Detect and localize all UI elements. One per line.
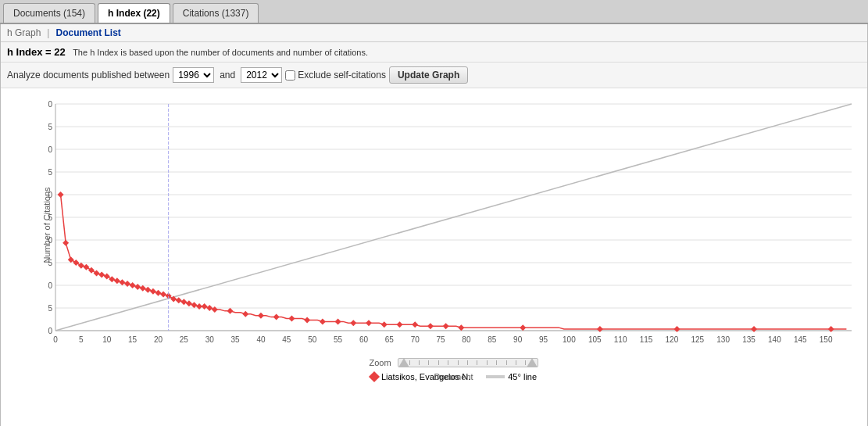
svg-text:30: 30	[48, 281, 52, 290]
svg-marker-68	[124, 281, 130, 287]
svg-marker-90	[288, 316, 295, 322]
svg-text:25: 25	[180, 335, 189, 344]
svg-text:30: 30	[205, 335, 215, 344]
svg-marker-105	[751, 326, 757, 332]
chart-container: Number of Citations 01530456075901051201…	[1, 88, 867, 426]
chart-area: Number of Citations 01530456075901051201…	[48, 96, 859, 354]
legend-diamond-icon	[369, 371, 380, 382]
svg-text:140: 140	[768, 335, 781, 344]
svg-marker-71	[140, 285, 146, 292]
svg-marker-102	[520, 324, 526, 331]
tab-documents[interactable]: Documents (154)	[3, 3, 95, 23]
svg-text:150: 150	[48, 100, 52, 109]
svg-marker-95	[366, 320, 372, 326]
tab-citations[interactable]: Citations (1337)	[173, 3, 259, 23]
svg-marker-85	[212, 306, 218, 313]
content-area: h Graph | Document List h Index = 22 The…	[0, 24, 868, 426]
svg-marker-65	[109, 276, 115, 282]
svg-marker-67	[119, 279, 125, 285]
svg-marker-92	[320, 318, 326, 324]
exclude-checkbox[interactable]	[285, 70, 295, 81]
svg-marker-63	[98, 271, 105, 277]
nav-separator: |	[47, 27, 49, 38]
svg-marker-87	[242, 311, 248, 317]
zoom-label: Zoom	[369, 358, 391, 367]
svg-marker-99	[427, 323, 434, 329]
year-to-select[interactable]: 1990199119921993199419951996199719981999…	[241, 67, 282, 83]
zoom-track[interactable]	[398, 358, 538, 367]
svg-text:0: 0	[53, 335, 58, 344]
svg-text:40: 40	[256, 335, 266, 344]
zoom-handle-right[interactable]	[527, 358, 538, 367]
svg-marker-98	[412, 321, 418, 328]
svg-text:5: 5	[79, 335, 84, 344]
svg-text:105: 105	[588, 335, 602, 344]
update-graph-button[interactable]: Update Graph	[389, 66, 468, 84]
year-from-select[interactable]: 1990199119921993199419951996199719981999…	[173, 67, 214, 83]
legend-line-label: 45° line	[508, 372, 537, 381]
svg-text:55: 55	[334, 335, 343, 344]
tab-hindex[interactable]: h Index (22)	[98, 3, 170, 23]
svg-marker-84	[206, 305, 213, 311]
svg-marker-89	[273, 314, 280, 320]
svg-text:85: 85	[488, 335, 497, 344]
chart-svg: 0153045607590105120135150051015202530354…	[48, 96, 859, 354]
svg-marker-79	[180, 299, 187, 305]
svg-marker-56	[63, 240, 69, 246]
svg-marker-74	[155, 290, 161, 296]
svg-text:80: 80	[462, 335, 471, 344]
svg-marker-103	[597, 326, 603, 332]
svg-text:15: 15	[48, 304, 52, 313]
svg-marker-100	[443, 323, 449, 329]
svg-marker-101	[458, 324, 464, 331]
svg-marker-104	[673, 326, 680, 332]
zoom-ticks	[409, 360, 527, 365]
svg-text:60: 60	[359, 335, 369, 344]
svg-text:10: 10	[102, 335, 112, 344]
svg-text:100: 100	[563, 335, 576, 344]
svg-marker-59	[78, 263, 84, 269]
svg-text:145: 145	[794, 335, 807, 344]
svg-marker-97	[396, 321, 402, 328]
svg-text:120: 120	[666, 335, 679, 344]
x-axis-label: Document	[434, 372, 473, 381]
svg-text:45: 45	[282, 335, 291, 344]
svg-marker-61	[88, 267, 95, 274]
svg-text:95: 95	[539, 335, 548, 344]
svg-text:135: 135	[742, 335, 755, 344]
zoom-container: Zoom	[48, 354, 859, 369]
svg-marker-55	[58, 192, 64, 198]
svg-text:130: 130	[716, 335, 730, 344]
svg-text:115: 115	[640, 335, 653, 344]
svg-marker-62	[94, 270, 100, 277]
svg-marker-75	[160, 292, 166, 298]
svg-text:135: 135	[48, 123, 52, 131]
y-axis-label: Number of Citations	[42, 187, 52, 263]
svg-text:150: 150	[820, 335, 833, 344]
svg-marker-60	[83, 264, 89, 270]
analyze-label: Analyze documents published between	[7, 70, 170, 81]
svg-marker-66	[114, 277, 120, 284]
svg-marker-64	[104, 273, 110, 279]
svg-marker-83	[202, 303, 208, 310]
svg-text:65: 65	[385, 335, 395, 344]
legend-line-item: 45° line	[486, 372, 537, 381]
svg-marker-72	[145, 287, 151, 293]
nav-hgraph[interactable]: h Graph	[7, 27, 41, 38]
svg-marker-86	[227, 308, 234, 314]
controls-bar: Analyze documents published between 1990…	[1, 63, 867, 88]
svg-text:120: 120	[48, 145, 52, 154]
svg-text:15: 15	[128, 335, 138, 344]
svg-text:105: 105	[48, 168, 52, 177]
svg-text:35: 35	[231, 335, 241, 344]
nav-document-list[interactable]: Document List	[55, 27, 120, 38]
svg-text:125: 125	[691, 335, 704, 344]
h-index-desc: The h Index is based upon the number of …	[73, 48, 368, 57]
svg-text:110: 110	[614, 335, 627, 344]
zoom-handle-left[interactable]	[398, 358, 409, 367]
svg-marker-80	[186, 300, 192, 306]
and-label: and	[220, 70, 235, 81]
nav-bar: h Graph | Document List	[1, 24, 867, 42]
tabs-bar: Documents (154) h Index (22) Citations (…	[0, 0, 868, 24]
svg-text:70: 70	[411, 335, 420, 344]
